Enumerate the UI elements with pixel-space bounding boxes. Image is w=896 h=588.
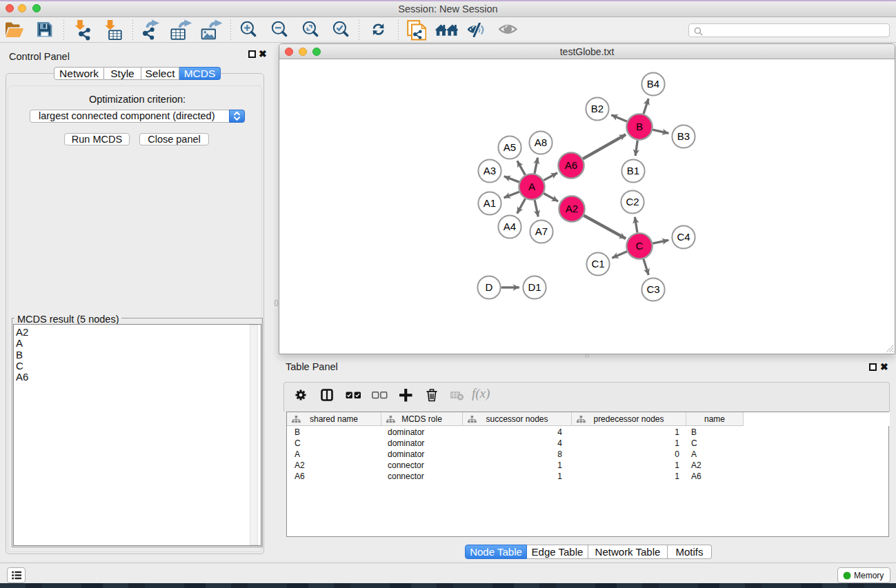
svg-text:A4: A4 <box>504 221 516 232</box>
svg-text:B2: B2 <box>591 103 604 114</box>
svg-text:C2: C2 <box>626 196 639 207</box>
svg-text:B: B <box>636 121 643 132</box>
svg-text:f(x): f(x) <box>472 387 490 401</box>
svg-text:A: A <box>528 181 535 192</box>
svg-text:A2: A2 <box>566 203 578 214</box>
svg-text:C: C <box>636 240 644 252</box>
svg-text:A8: A8 <box>535 136 547 148</box>
svg-text:C3: C3 <box>646 283 659 295</box>
svg-text:B3: B3 <box>677 130 690 142</box>
svg-text:A6: A6 <box>565 159 577 171</box>
svg-text:B1: B1 <box>627 165 639 176</box>
svg-text:B4: B4 <box>647 78 659 90</box>
svg-text:A3: A3 <box>484 165 496 176</box>
svg-text:C1: C1 <box>591 258 604 270</box>
svg-text:A7: A7 <box>535 225 548 237</box>
svg-text:D1: D1 <box>528 281 541 293</box>
svg-text:A1: A1 <box>484 197 496 209</box>
svg-text:D: D <box>486 281 493 293</box>
svg-text:A5: A5 <box>504 141 516 153</box>
svg-text:C4: C4 <box>677 231 690 243</box>
